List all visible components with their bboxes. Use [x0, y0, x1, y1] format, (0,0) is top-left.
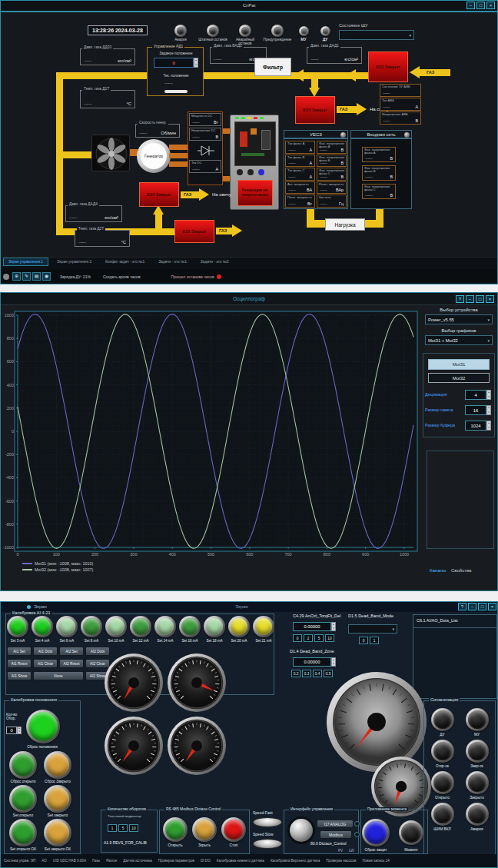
- set-led-button[interactable]: [157, 618, 174, 635]
- preset-button[interactable]: 1: [370, 637, 379, 644]
- modbus-option-button[interactable]: Modbus: [320, 830, 352, 839]
- table-icon[interactable]: [340, 132, 346, 138]
- control-knob[interactable]: [290, 819, 313, 842]
- d14-spinner[interactable]: ▴▾: [331, 657, 336, 667]
- ai1-clear-button[interactable]: AI1 Clear: [33, 659, 58, 668]
- status-item[interactable]: Проверка насосов: [326, 859, 356, 863]
- status-item[interactable]: Система управ. ЭП: [4, 859, 35, 863]
- modbus-button[interactable]: [165, 820, 185, 840]
- set-led-button[interactable]: [255, 618, 272, 635]
- setpoint-input[interactable]: 0: [154, 58, 194, 68]
- screen-tab[interactable]: Задачи - это №1: [153, 258, 192, 266]
- speed-slow-button[interactable]: [253, 839, 282, 849]
- radio-analog[interactable]: [354, 821, 360, 826]
- close-icon[interactable]: ×: [486, 2, 495, 9]
- indicator-lamp[interactable]: [274, 27, 281, 35]
- doc-icon[interactable]: ▤: [32, 272, 41, 281]
- field-spinner[interactable]: ▴▾: [486, 421, 491, 431]
- maximize-icon[interactable]: □: [478, 603, 486, 610]
- alarm-lamp[interactable]: [433, 742, 452, 760]
- ai1-reset-button[interactable]: AI1 Reset: [7, 659, 32, 668]
- gear-icon[interactable]: ⊕: [12, 272, 21, 281]
- device-dropdown[interactable]: Power_v5.55▾: [425, 314, 493, 324]
- maximize-icon[interactable]: □: [476, 2, 485, 9]
- round-button-item[interactable]: Штатный останов: [197, 25, 229, 45]
- status-item[interactable]: Новая запись 14: [362, 859, 389, 863]
- status-item[interactable]: Калибровка нижнего датчика: [217, 859, 264, 863]
- set-led-button[interactable]: [132, 618, 149, 635]
- status-item[interactable]: UID UDC HAB 0.00A: [53, 859, 86, 863]
- reset-protection-button[interactable]: [364, 821, 387, 844]
- ai1-dots-button[interactable]: AI1 Dots: [33, 647, 58, 656]
- d14-input[interactable]: 0.00000: [293, 657, 331, 667]
- speed-fast-button[interactable]: [253, 817, 282, 827]
- preset-button[interactable]: 5: [314, 634, 324, 642]
- ai1-show-button[interactable]: AI1 Show: [7, 671, 32, 680]
- set-led-button[interactable]: [83, 618, 100, 635]
- reset-closed-button[interactable]: [46, 753, 69, 777]
- set-led-button[interactable]: [181, 618, 198, 635]
- status-item[interactable]: DI DO: [201, 859, 211, 863]
- screen-tab[interactable]: Экран управления 2: [51, 258, 97, 266]
- set-open-ok-button[interactable]: [12, 821, 35, 844]
- field-spinner[interactable]: ▴▾: [486, 390, 491, 400]
- set-closed-ok-button[interactable]: [46, 821, 69, 844]
- help-icon[interactable]: ?: [458, 603, 466, 610]
- preset-button[interactable]: 0.2: [291, 670, 300, 677]
- valve-kz2[interactable]: КЗ2 Закрыт: [174, 220, 214, 243]
- alarm-lamp[interactable]: [433, 710, 452, 729]
- indicator-lamp[interactable]: [301, 28, 307, 34]
- indicator-lamp[interactable]: [209, 27, 217, 35]
- round-button-item[interactable]: Аварийный останов: [229, 25, 261, 45]
- indicator-lamp[interactable]: [177, 27, 184, 35]
- ai2-reset-button[interactable]: AI2 Reset: [59, 659, 84, 668]
- indicator-lamp[interactable]: [323, 28, 328, 34]
- record-icon[interactable]: [3, 274, 9, 280]
- preset-button[interactable]: 5: [118, 824, 128, 832]
- preset-button[interactable]: 0: [359, 637, 368, 644]
- preset-button[interactable]: 0.4: [313, 670, 322, 677]
- help-icon[interactable]: ?: [456, 295, 464, 303]
- status-item[interactable]: Газы: [92, 859, 100, 863]
- set-led-button[interactable]: [58, 618, 75, 635]
- valve-kz4[interactable]: КЗ4 Закрыт: [139, 182, 179, 207]
- set-led-button[interactable]: [231, 618, 247, 635]
- field-value[interactable]: 4: [465, 390, 486, 400]
- alarm-lamp[interactable]: [468, 773, 486, 792]
- torque-button[interactable]: [401, 823, 421, 843]
- set-led-button[interactable]: [206, 618, 223, 635]
- d15-dropdown[interactable]: ▾: [348, 624, 397, 634]
- c429-spinner[interactable]: ▴▾: [331, 622, 336, 631]
- ai1-set-button[interactable]: AI1 Set: [7, 647, 32, 656]
- round-button-item[interactable]: Авария: [164, 25, 197, 45]
- minimize-icon[interactable]: −: [466, 295, 474, 303]
- field-value[interactable]: 1024: [465, 421, 486, 431]
- ai2-set-button[interactable]: AI2 Set: [59, 647, 84, 656]
- radio-modbus[interactable]: [354, 832, 360, 837]
- preset-button[interactable]: 10: [129, 824, 138, 832]
- set-open-button[interactable]: [12, 787, 35, 810]
- alarm-lamp[interactable]: [468, 805, 486, 823]
- pencil-icon[interactable]: ✎: [22, 272, 31, 281]
- preset-button[interactable]: 10: [325, 634, 334, 642]
- user-icon[interactable]: ◉: [42, 272, 51, 281]
- rev-count-spinner[interactable]: ▴▾: [17, 727, 22, 734]
- none-button[interactable]: None: [33, 671, 84, 680]
- close-icon[interactable]: ×: [486, 295, 494, 303]
- screen-tab[interactable]: Задачи - это №2: [195, 258, 234, 266]
- mot31-button[interactable]: Mot31: [428, 359, 490, 370]
- mode-button-item[interactable]: ДУ: [316, 26, 334, 42]
- field-spinner[interactable]: ▴▾: [486, 405, 491, 415]
- maximize-icon[interactable]: □: [476, 295, 484, 303]
- set-led-button[interactable]: [34, 618, 51, 635]
- rev-count-input[interactable]: 0: [6, 727, 17, 734]
- status-item[interactable]: Калибровка Верхнего датчика: [271, 859, 320, 863]
- status-item[interactable]: Проверка параметров: [158, 859, 194, 863]
- set-closed-button[interactable]: [46, 787, 69, 810]
- mot32-button[interactable]: Mot32: [428, 373, 490, 383]
- minimize-icon[interactable]: −: [466, 2, 475, 9]
- tab-channels[interactable]: Каналы: [430, 568, 446, 574]
- reset-open-button[interactable]: [12, 753, 35, 777]
- round-button-item[interactable]: Предупреждение: [261, 25, 294, 45]
- shu-state-dropdown[interactable]: ▾: [339, 30, 414, 40]
